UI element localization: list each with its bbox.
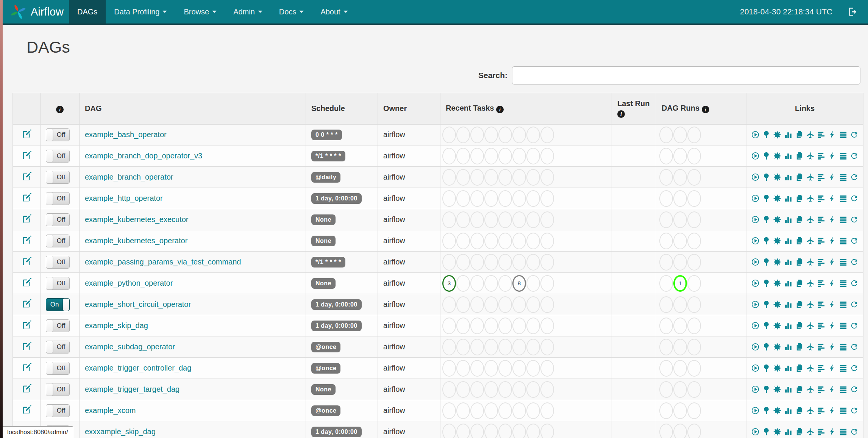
trigger-dag-link[interactable]	[751, 258, 760, 266]
tasks-duration-link[interactable]	[784, 343, 793, 351]
recent-task-circle[interactable]	[512, 296, 526, 313]
recent-task-circle[interactable]	[456, 296, 470, 313]
recent-task-circle[interactable]	[498, 402, 512, 419]
recent-task-circle[interactable]	[498, 360, 512, 377]
dag-run-circle[interactable]	[673, 211, 687, 228]
recent-task-circle[interactable]	[526, 296, 540, 313]
recent-task-circle[interactable]	[484, 254, 498, 271]
recent-task-circle[interactable]	[470, 211, 484, 228]
recent-task-circle[interactable]	[456, 360, 470, 377]
edit-dag-button[interactable]	[22, 383, 32, 394]
landing-times-link[interactable]	[806, 364, 815, 372]
task-tries-link[interactable]	[795, 321, 804, 330]
dag-run-circle[interactable]	[687, 339, 701, 355]
task-tries-link[interactable]	[795, 236, 804, 245]
airflow-brand[interactable]: Airflow	[9, 0, 64, 23]
dag-run-circle[interactable]	[659, 339, 673, 355]
gantt-view-link[interactable]	[817, 279, 826, 288]
tree-view-link[interactable]	[762, 364, 771, 372]
gantt-view-link[interactable]	[817, 300, 826, 309]
edit-dag-button[interactable]	[22, 405, 32, 415]
recent-task-circle[interactable]	[470, 360, 484, 377]
dag-run-circle[interactable]	[687, 148, 701, 164]
tree-view-link[interactable]	[762, 300, 771, 309]
graph-view-link[interactable]	[773, 130, 782, 139]
recent-task-circle[interactable]	[484, 275, 498, 292]
recent-task-circle[interactable]	[498, 381, 512, 398]
trigger-dag-link[interactable]	[751, 406, 760, 415]
recent-task-circle[interactable]	[540, 381, 554, 398]
recent-task-circle[interactable]	[470, 381, 484, 398]
task-tries-link[interactable]	[795, 406, 804, 415]
recent-task-circle[interactable]	[526, 381, 540, 398]
recent-task-circle[interactable]	[526, 127, 540, 143]
refresh-link[interactable]	[850, 152, 859, 160]
recent-task-circle[interactable]	[470, 339, 484, 355]
dag-run-circle[interactable]	[659, 254, 673, 271]
nav-item-data-profiling[interactable]: Data Profiling	[106, 0, 175, 23]
recent-task-circle[interactable]	[484, 148, 498, 164]
recent-task-circle[interactable]	[442, 148, 456, 164]
tree-view-link[interactable]	[762, 385, 771, 394]
trigger-dag-link[interactable]	[751, 215, 760, 224]
dag-pause-toggle[interactable]: Off	[46, 362, 70, 375]
tree-view-link[interactable]	[762, 343, 771, 351]
recent-task-circle[interactable]	[470, 254, 484, 271]
dag-run-circle[interactable]	[687, 127, 701, 143]
dag-run-circle[interactable]	[659, 402, 673, 419]
search-input[interactable]	[512, 66, 860, 84]
recent-task-circle[interactable]	[484, 211, 498, 228]
nav-item-browse[interactable]: Browse	[175, 0, 225, 23]
dag-run-circle[interactable]	[673, 360, 687, 377]
trigger-dag-link[interactable]	[751, 343, 760, 351]
recent-task-circle[interactable]	[484, 339, 498, 355]
recent-task-circle[interactable]	[526, 402, 540, 419]
tasks-duration-link[interactable]	[784, 215, 793, 224]
recent-task-circle[interactable]	[526, 211, 540, 228]
recent-task-circle[interactable]	[526, 190, 540, 207]
col-header-last-run[interactable]: Last Run i	[612, 93, 656, 124]
gantt-view-link[interactable]	[817, 364, 826, 372]
landing-times-link[interactable]	[806, 152, 815, 160]
logs-link[interactable]	[839, 194, 848, 203]
gantt-view-link[interactable]	[817, 385, 826, 394]
recent-task-circle[interactable]	[442, 296, 456, 313]
recent-task-circle[interactable]	[512, 127, 526, 143]
recent-task-circle[interactable]: 3	[442, 275, 456, 292]
task-tries-link[interactable]	[795, 173, 804, 181]
tasks-duration-link[interactable]	[784, 236, 793, 245]
landing-times-link[interactable]	[806, 321, 815, 330]
dag-pause-toggle[interactable]: Off	[46, 383, 70, 396]
code-view-link[interactable]	[828, 236, 837, 245]
tree-view-link[interactable]	[762, 152, 771, 160]
recent-task-circle[interactable]	[442, 424, 456, 438]
graph-view-link[interactable]	[773, 385, 782, 394]
col-header-dag-runs[interactable]: DAG Runs i	[656, 93, 746, 124]
tree-view-link[interactable]	[762, 173, 771, 181]
recent-task-circle[interactable]	[498, 233, 512, 249]
dag-link[interactable]: example_kubernetes_executor	[85, 215, 189, 224]
recent-task-circle[interactable]	[540, 402, 554, 419]
recent-task-circle[interactable]	[526, 424, 540, 438]
refresh-link[interactable]	[850, 215, 859, 224]
recent-task-circle[interactable]	[456, 318, 470, 334]
logs-link[interactable]	[839, 364, 848, 372]
recent-task-circle[interactable]	[512, 381, 526, 398]
tasks-duration-link[interactable]	[784, 427, 793, 436]
edit-dag-button[interactable]	[22, 320, 32, 330]
code-view-link[interactable]	[828, 279, 837, 288]
logs-link[interactable]	[839, 343, 848, 351]
recent-task-circle[interactable]	[470, 127, 484, 143]
tasks-duration-link[interactable]	[784, 406, 793, 415]
tasks-duration-link[interactable]	[784, 300, 793, 309]
dag-run-circle[interactable]	[687, 402, 701, 419]
edit-dag-button[interactable]	[22, 299, 32, 309]
tree-view-link[interactable]	[762, 236, 771, 245]
dag-pause-toggle[interactable]: Off	[46, 235, 70, 247]
recent-task-circle[interactable]	[498, 190, 512, 207]
col-header-schedule[interactable]: Schedule	[306, 93, 378, 124]
recent-task-circle[interactable]	[442, 381, 456, 398]
recent-task-circle[interactable]	[498, 211, 512, 228]
recent-task-circle[interactable]	[442, 169, 456, 186]
refresh-link[interactable]	[850, 300, 859, 309]
